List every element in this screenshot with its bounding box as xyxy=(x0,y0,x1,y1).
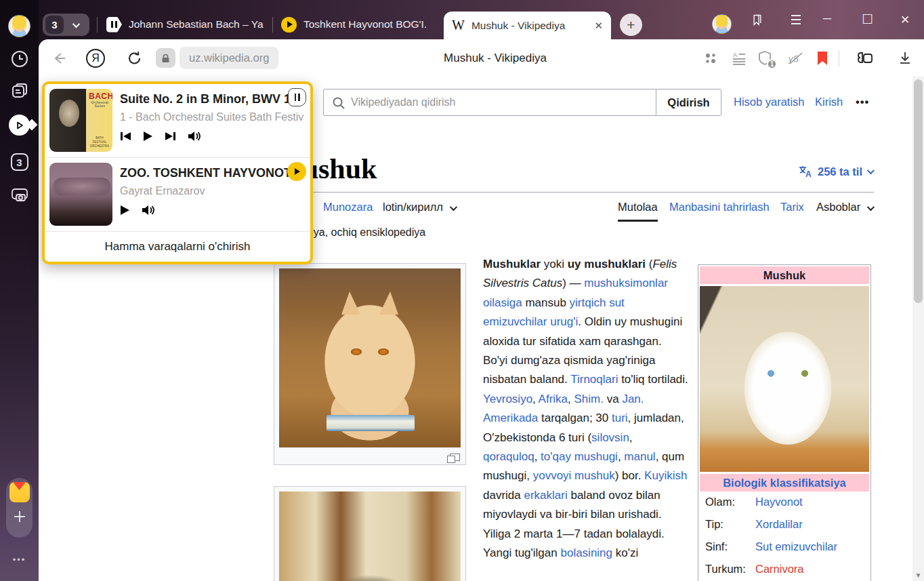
article-text: Mushuklar xyxy=(483,258,541,271)
tab-active-mushuk[interactable]: W Mushuk - Vikipediya ✕ xyxy=(444,12,611,39)
article-link[interactable]: Tirnoqlari xyxy=(570,373,618,386)
tab-bach[interactable]: Johann Sebastian Bach – Ya xyxy=(106,9,269,39)
bach-album-art: BACHOrchestral Suites BATH FESTIVAL ORCH… xyxy=(49,89,112,152)
variant-dropdown[interactable]: lotin/кирилл xyxy=(383,201,455,214)
tab-edit-source[interactable]: Manbasini tahrirlash xyxy=(669,201,770,214)
media-item-zoo: ZOO. TOSHKENT HAYVONOT Gayrat Ernazarov xyxy=(45,158,310,231)
sidebar-tabs-icon[interactable]: 3 xyxy=(0,153,39,171)
scrollbar-thumb[interactable] xyxy=(914,79,923,303)
article-text: , xyxy=(532,393,539,405)
article-link[interactable]: Shim. xyxy=(574,393,604,405)
infobox-row-value[interactable]: Xordalilar xyxy=(755,518,803,531)
url-chip[interactable]: uz.wikipedia.org xyxy=(180,47,278,69)
article-text: tarqalgan; 30 xyxy=(538,412,612,424)
enlarge-icon[interactable] xyxy=(450,454,460,461)
bookmark-icon[interactable] xyxy=(816,39,828,77)
user-more-menu[interactable]: ••• xyxy=(856,96,869,108)
tabby-cat-photo[interactable] xyxy=(279,492,461,581)
tab-mutolaa[interactable]: Mutolaa xyxy=(618,201,658,222)
article-link[interactable]: erkaklari xyxy=(524,489,567,502)
article-link[interactable]: qoraquloq xyxy=(483,450,534,463)
browser-toolbar: Я uz.wikipedia.org Mushuk - Vikipediya A xyxy=(39,39,924,77)
previous-track-icon[interactable] xyxy=(120,131,131,142)
yandex-mail-app-icon[interactable] xyxy=(9,482,30,502)
tab-munozara[interactable]: Munozara xyxy=(323,201,373,214)
search-button[interactable]: Qidirish xyxy=(656,89,721,115)
history-icon[interactable] xyxy=(0,49,39,68)
download-icon[interactable] xyxy=(898,39,912,77)
tab-counter[interactable]: 3 xyxy=(43,14,89,36)
close-all-tabs-button[interactable]: Hamma varaqalarni o'chirish xyxy=(45,232,310,262)
close-window-button[interactable]: ✕ xyxy=(900,13,910,27)
protect-badge: 1 xyxy=(767,59,777,69)
infobox-row-value[interactable]: Hayvonot xyxy=(755,496,803,508)
article-text: ) — xyxy=(562,277,584,289)
infobox-row-value[interactable]: Carnivora xyxy=(755,563,804,576)
reader-mode-icon[interactable]: A xyxy=(732,39,747,77)
pause-tab-button[interactable] xyxy=(288,88,306,106)
search-input[interactable] xyxy=(324,89,656,115)
article-image-2-frame xyxy=(274,486,466,581)
tab-tarix[interactable]: Tarix xyxy=(780,201,804,214)
maximize-button[interactable]: ☐ xyxy=(862,12,873,27)
close-tab-icon[interactable]: ✕ xyxy=(594,20,603,32)
article-link[interactable]: Kuyikish xyxy=(644,469,687,482)
tab-groups-icon[interactable] xyxy=(856,39,875,77)
play-icon[interactable] xyxy=(143,131,153,142)
new-tab-button[interactable]: + xyxy=(620,14,642,36)
notes-panel-icon[interactable] xyxy=(0,82,39,101)
back-icon[interactable] xyxy=(51,39,67,77)
tab-count-badge: 3 xyxy=(45,16,64,34)
search-icon xyxy=(332,96,345,110)
scrollbar-down-arrow[interactable]: ▼ xyxy=(912,572,924,579)
play-icon[interactable] xyxy=(120,205,130,216)
article-link[interactable]: turi xyxy=(612,412,628,424)
page-scrollbar[interactable]: ▼ xyxy=(912,77,924,581)
divider xyxy=(272,17,273,33)
white-kitten-photo[interactable] xyxy=(700,286,869,472)
flag-notifications-icon[interactable] xyxy=(750,13,764,29)
tab-zoo[interactable]: Toshkent Hayvonot BOG'I. xyxy=(281,9,438,39)
pause-icon xyxy=(106,17,122,33)
sidebar-more-icon[interactable]: ••• xyxy=(0,555,39,565)
next-track-icon[interactable] xyxy=(165,131,176,142)
article-link[interactable]: Afrika xyxy=(539,393,568,405)
article-text: mansub xyxy=(522,296,570,309)
volume-icon[interactable] xyxy=(188,131,201,142)
create-account-link[interactable]: Hisob yaratish xyxy=(734,96,805,108)
divider xyxy=(97,17,98,33)
menu-icon[interactable] xyxy=(789,14,803,28)
article-link[interactable]: manul xyxy=(624,450,655,463)
infobox-row-value[interactable]: Sut emizuvchilar xyxy=(755,540,837,553)
js-off-icon[interactable]: yS xyxy=(787,39,805,77)
media-player-panel-icon[interactable] xyxy=(9,115,30,136)
minimize-button[interactable]: ─ xyxy=(823,12,831,26)
play-icon xyxy=(281,17,297,33)
article-text: to'liq tortiladi. xyxy=(618,373,688,386)
collections-icon[interactable] xyxy=(703,39,718,77)
tools-dropdown[interactable]: Asboblar xyxy=(816,201,873,214)
article-link[interactable]: Yevrosiyo xyxy=(483,393,532,405)
reload-icon[interactable] xyxy=(127,39,143,77)
article-paragraph: Mushuklar yoki uy mushuklari (Felis Silv… xyxy=(483,255,688,563)
article-text: uy mushuklari xyxy=(568,258,646,271)
cat-on-book-photo[interactable] xyxy=(279,268,461,447)
article-link[interactable]: to'qay mushugi xyxy=(541,450,618,463)
volume-icon[interactable] xyxy=(142,205,155,216)
article-link[interactable]: silovsin xyxy=(591,431,629,444)
playing-badge-icon[interactable] xyxy=(287,162,306,181)
site-security[interactable]: uz.wikipedia.org xyxy=(156,39,278,77)
screenshot-icon[interactable] xyxy=(0,184,39,205)
profile-avatar[interactable] xyxy=(712,14,732,34)
yandex-logo-icon[interactable]: Я xyxy=(86,39,105,77)
article-text: ( xyxy=(646,258,652,271)
login-link[interactable]: Kirish xyxy=(815,96,843,108)
article-text: , xyxy=(568,393,574,405)
add-app-icon[interactable] xyxy=(12,509,27,524)
sidebar-avatar[interactable] xyxy=(8,15,30,37)
article-link[interactable]: bolasining xyxy=(560,546,612,559)
protect-shield-icon[interactable]: 1 xyxy=(757,39,772,77)
language-selector[interactable]: A 256 ta til xyxy=(798,165,873,178)
article-link[interactable]: yovvoyi mushuk xyxy=(533,469,615,482)
infobox-row: Tip:Xordalilar xyxy=(705,518,864,531)
